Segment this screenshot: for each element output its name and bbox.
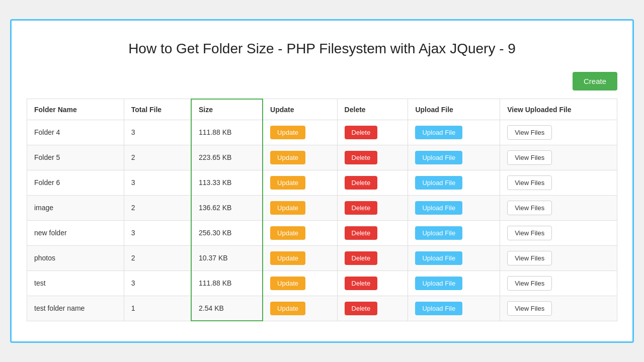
cell-size: 111.88 KB — [191, 120, 263, 145]
col-header-total-file: Total File — [124, 99, 191, 120]
cell-total-file: 2 — [124, 245, 191, 270]
cell-size: 111.88 KB — [191, 270, 263, 296]
delete-button[interactable]: Delete — [345, 126, 378, 139]
cell-view: View Files — [500, 220, 617, 245]
cell-delete: Delete — [337, 170, 408, 195]
update-button[interactable]: Update — [270, 277, 305, 290]
cell-size: 2.54 KB — [191, 296, 263, 321]
view-files-button[interactable]: View Files — [507, 251, 552, 265]
cell-total-file: 2 — [124, 195, 191, 220]
table-row: test 3 111.88 KB Update Delete Upload Fi… — [27, 270, 617, 296]
upload-file-button[interactable]: Upload File — [415, 251, 462, 265]
cell-view: View Files — [500, 245, 617, 270]
cell-view: View Files — [500, 145, 617, 170]
col-header-update: Update — [263, 99, 337, 120]
cell-view: View Files — [500, 270, 617, 296]
cell-folder-name: Folder 4 — [27, 120, 124, 145]
col-header-upload-file: Upload File — [408, 99, 500, 120]
view-files-button[interactable]: View Files — [507, 125, 552, 140]
cell-upload: Upload File — [408, 145, 500, 170]
cell-folder-name: test — [27, 270, 124, 296]
cell-upload: Upload File — [408, 220, 500, 245]
cell-delete: Delete — [337, 270, 408, 296]
cell-total-file: 3 — [124, 270, 191, 296]
cell-total-file: 1 — [124, 296, 191, 321]
update-button[interactable]: Update — [270, 201, 305, 215]
view-files-button[interactable]: View Files — [507, 301, 552, 316]
view-files-button[interactable]: View Files — [507, 226, 552, 240]
view-files-button[interactable]: View Files — [507, 276, 552, 291]
upload-file-button[interactable]: Upload File — [415, 302, 462, 315]
cell-update: Update — [263, 120, 337, 145]
update-button[interactable]: Update — [270, 176, 305, 190]
upload-file-button[interactable]: Upload File — [415, 277, 462, 290]
view-files-button[interactable]: View Files — [507, 201, 552, 215]
cell-folder-name: new folder — [27, 220, 124, 245]
view-files-button[interactable]: View Files — [507, 175, 552, 190]
cell-update: Update — [263, 195, 337, 220]
cell-size: 10.37 KB — [191, 245, 263, 270]
browser-window: How to Get Folder Size - PHP Filesystem … — [10, 19, 634, 343]
cell-upload: Upload File — [408, 270, 500, 296]
upload-file-button[interactable]: Upload File — [415, 126, 462, 139]
cell-folder-name: test folder name — [27, 296, 124, 321]
cell-size: 223.65 KB — [191, 145, 263, 170]
col-header-delete: Delete — [337, 99, 408, 120]
cell-delete: Delete — [337, 145, 408, 170]
upload-file-button[interactable]: Upload File — [415, 201, 462, 215]
cell-update: Update — [263, 170, 337, 195]
cell-update: Update — [263, 296, 337, 321]
update-button[interactable]: Update — [270, 302, 305, 315]
cell-view: View Files — [500, 296, 617, 321]
cell-upload: Upload File — [408, 245, 500, 270]
cell-view: View Files — [500, 195, 617, 220]
update-button[interactable]: Update — [270, 126, 305, 139]
table-row: new folder 3 256.30 KB Update Delete Upl… — [27, 220, 617, 245]
cell-folder-name: photos — [27, 245, 124, 270]
delete-button[interactable]: Delete — [345, 277, 378, 290]
table-row: Folder 6 3 113.33 KB Update Delete Uploa… — [27, 170, 617, 195]
table-row: Folder 4 3 111.88 KB Update Delete Uploa… — [27, 120, 617, 145]
cell-total-file: 2 — [124, 145, 191, 170]
cell-update: Update — [263, 245, 337, 270]
cell-delete: Delete — [337, 220, 408, 245]
table-row: image 2 136.62 KB Update Delete Upload F… — [27, 195, 617, 220]
delete-button[interactable]: Delete — [345, 226, 378, 240]
folders-table: Folder Name Total File Size Update Delet… — [27, 99, 617, 322]
cell-upload: Upload File — [408, 170, 500, 195]
toolbar: Create — [27, 72, 617, 90]
cell-total-file: 3 — [124, 120, 191, 145]
delete-button[interactable]: Delete — [345, 302, 378, 315]
upload-file-button[interactable]: Upload File — [415, 151, 462, 164]
delete-button[interactable]: Delete — [345, 251, 378, 265]
cell-total-file: 3 — [124, 220, 191, 245]
table-row: photos 2 10.37 KB Update Delete Upload F… — [27, 245, 617, 270]
cell-view: View Files — [500, 170, 617, 195]
cell-upload: Upload File — [408, 296, 500, 321]
col-header-view-uploaded-file: View Uploaded File — [500, 99, 617, 120]
col-header-size: Size — [191, 99, 263, 120]
update-button[interactable]: Update — [270, 151, 305, 164]
cell-folder-name: Folder 6 — [27, 170, 124, 195]
table-row: Folder 5 2 223.65 KB Update Delete Uploa… — [27, 145, 617, 170]
cell-size: 113.33 KB — [191, 170, 263, 195]
update-button[interactable]: Update — [270, 226, 305, 240]
cell-upload: Upload File — [408, 195, 500, 220]
cell-update: Update — [263, 145, 337, 170]
col-header-folder-name: Folder Name — [27, 99, 124, 120]
upload-file-button[interactable]: Upload File — [415, 226, 462, 240]
delete-button[interactable]: Delete — [345, 151, 378, 164]
view-files-button[interactable]: View Files — [507, 150, 552, 165]
delete-button[interactable]: Delete — [345, 176, 378, 190]
cell-size: 256.30 KB — [191, 220, 263, 245]
upload-file-button[interactable]: Upload File — [415, 176, 462, 190]
cell-update: Update — [263, 220, 337, 245]
cell-view: View Files — [500, 120, 617, 145]
cell-folder-name: image — [27, 195, 124, 220]
delete-button[interactable]: Delete — [345, 201, 378, 215]
table-row: test folder name 1 2.54 KB Update Delete… — [27, 296, 617, 321]
create-button[interactable]: Create — [573, 72, 617, 90]
update-button[interactable]: Update — [270, 251, 305, 265]
cell-delete: Delete — [337, 296, 408, 321]
cell-delete: Delete — [337, 195, 408, 220]
